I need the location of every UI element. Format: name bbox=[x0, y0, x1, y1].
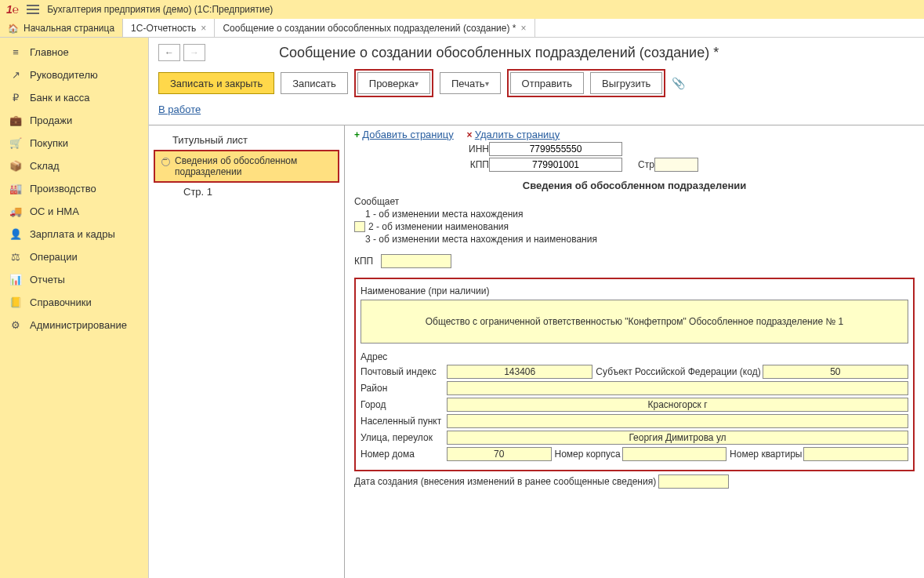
street-input[interactable]: Георгия Димитрова ул bbox=[447, 431, 908, 445]
kpp2-label: КПП bbox=[354, 256, 373, 267]
subj-input[interactable]: 50 bbox=[763, 365, 908, 379]
tab-reporting[interactable]: 1С-Отчетность × bbox=[123, 19, 215, 37]
person-icon: 👤 bbox=[9, 228, 22, 240]
check-button[interactable]: Проверка bbox=[357, 72, 430, 94]
x-icon: × bbox=[466, 129, 472, 140]
add-page-link[interactable]: Добавить страницу bbox=[362, 129, 453, 140]
sidebar-label: Руководителю bbox=[30, 69, 98, 81]
date-label: Дата создания (внесения изменений в ране… bbox=[354, 476, 656, 487]
bag-icon: 💼 bbox=[9, 115, 22, 126]
sidebar-item-production[interactable]: 🏭Производство bbox=[0, 177, 148, 200]
raion-input[interactable] bbox=[447, 381, 908, 395]
sidebar: ≡Главное ↗Руководителю ₽Банк и касса 💼Пр… bbox=[0, 38, 149, 578]
sidebar-label: Операции bbox=[30, 251, 78, 263]
name-value[interactable]: Общество с ограниченной ответственностью… bbox=[361, 300, 908, 344]
tab-label: Сообщение о создании обособленных подраз… bbox=[223, 23, 516, 34]
del-page-link[interactable]: Удалить страницу bbox=[475, 129, 560, 140]
flat-label: Номер квартиры bbox=[730, 449, 802, 460]
reports-label: Сообщает bbox=[354, 196, 915, 207]
sidebar-label: Отчеты bbox=[30, 274, 65, 285]
house-label: Номер дома bbox=[361, 449, 447, 460]
sidebar-label: Зарплата и кадры bbox=[30, 228, 115, 240]
highlight-main-block: Наименование (при наличии) Общество с ог… bbox=[354, 278, 915, 471]
sidebar-label: Справочники bbox=[30, 296, 92, 308]
chart-bar-icon: 📊 bbox=[9, 274, 22, 285]
close-icon[interactable]: × bbox=[521, 23, 527, 34]
sidebar-item-os[interactable]: 🚚ОС и НМА bbox=[0, 200, 148, 223]
section-title: Сведения об обособленном подразделении bbox=[354, 180, 915, 191]
balance-icon: ⚖ bbox=[9, 251, 22, 263]
home-icon bbox=[8, 23, 19, 34]
sidebar-label: Покупки bbox=[30, 137, 68, 149]
inn-label: ИНН bbox=[464, 144, 489, 154]
tab-label: 1С-Отчетность bbox=[131, 23, 196, 34]
sidebar-item-admin[interactable]: ⚙Администрирование bbox=[0, 314, 148, 336]
form-pane: + Добавить страницу × Удалить страницу И… bbox=[345, 125, 924, 578]
sidebar-item-purchases[interactable]: 🛒Покупки bbox=[0, 132, 148, 154]
app-title: Бухгалтерия предприятия (демо) (1С:Предп… bbox=[47, 4, 273, 15]
inn-input[interactable] bbox=[489, 142, 622, 156]
tab-strip: Начальная страница 1С-Отчетность × Сообщ… bbox=[0, 19, 924, 38]
sidebar-label: Продажи bbox=[30, 115, 72, 126]
sidebar-item-stock[interactable]: 📦Склад bbox=[0, 154, 148, 177]
box-icon: 📦 bbox=[9, 160, 22, 172]
kpp-input[interactable] bbox=[489, 158, 622, 172]
back-button[interactable]: ← bbox=[158, 44, 180, 61]
collapse-icon[interactable] bbox=[161, 158, 170, 166]
tab-label: Начальная страница bbox=[24, 23, 114, 34]
save-close-button[interactable]: Записать и закрыть bbox=[158, 72, 274, 94]
page-input[interactable] bbox=[654, 158, 698, 172]
page-label: Стр bbox=[638, 159, 654, 170]
option-box[interactable] bbox=[354, 221, 365, 232]
sidebar-item-catalogs[interactable]: 📒Справочники bbox=[0, 291, 148, 314]
tree-active-item[interactable]: Сведения об обособленном подразделении bbox=[155, 151, 338, 181]
post-input[interactable]: 143406 bbox=[447, 365, 592, 379]
highlight-tree: Сведения об обособленном подразделении bbox=[154, 150, 339, 183]
sidebar-label: Склад bbox=[30, 160, 60, 172]
ruble-icon: ₽ bbox=[9, 92, 22, 104]
city-label: Город bbox=[361, 399, 447, 410]
print-button[interactable]: Печать bbox=[440, 72, 501, 94]
korp-input[interactable] bbox=[622, 447, 727, 461]
truck-icon: 🚚 bbox=[9, 205, 22, 217]
nas-input[interactable] bbox=[447, 414, 908, 428]
tree-label: Сведения об обособленном подразделении bbox=[175, 155, 332, 177]
tab-home[interactable]: Начальная страница bbox=[0, 19, 123, 37]
menu-icon: ≡ bbox=[9, 46, 22, 58]
sidebar-item-reports[interactable]: 📊Отчеты bbox=[0, 268, 148, 291]
send-button[interactable]: Отправить bbox=[510, 72, 584, 94]
sidebar-item-manager[interactable]: ↗Руководителю bbox=[0, 64, 148, 86]
post-label: Почтовый индекс bbox=[361, 366, 447, 377]
sidebar-item-salary[interactable]: 👤Зарплата и кадры bbox=[0, 223, 148, 245]
sidebar-item-operations[interactable]: ⚖Операции bbox=[0, 245, 148, 268]
sidebar-item-sales[interactable]: 💼Продажи bbox=[0, 109, 148, 132]
sidebar-item-main[interactable]: ≡Главное bbox=[0, 41, 148, 64]
export-button[interactable]: Выгрузить bbox=[590, 72, 662, 94]
save-button[interactable]: Записать bbox=[281, 72, 348, 94]
sidebar-item-bank[interactable]: ₽Банк и касса bbox=[0, 86, 148, 109]
tab-message[interactable]: Сообщение о создании обособленных подраз… bbox=[215, 19, 534, 37]
page-title: Сообщение о создании обособленных подраз… bbox=[279, 45, 719, 61]
tree-title-sheet[interactable]: Титульный лист bbox=[149, 130, 344, 150]
content-area: ← → Сообщение о создании обособленных по… bbox=[149, 38, 924, 578]
highlight-check: Проверка bbox=[354, 69, 433, 97]
tree-page[interactable]: Стр. 1 bbox=[149, 183, 344, 201]
attach-icon[interactable] bbox=[672, 77, 685, 89]
status-link[interactable]: В работе bbox=[158, 104, 201, 115]
highlight-send-export: Отправить Выгрузить bbox=[507, 69, 666, 97]
sidebar-label: Администрирование bbox=[30, 319, 127, 331]
chart-icon: ↗ bbox=[9, 69, 22, 81]
house-input[interactable]: 70 bbox=[447, 447, 552, 461]
menu-icon[interactable] bbox=[27, 4, 39, 15]
close-icon[interactable]: × bbox=[201, 23, 206, 34]
kpp-label: КПП bbox=[464, 159, 489, 170]
city-input[interactable]: Красногорск г bbox=[447, 398, 908, 412]
kpp2-input[interactable] bbox=[381, 254, 451, 268]
flat-input[interactable] bbox=[803, 447, 908, 461]
forward-button[interactable]: → bbox=[183, 44, 205, 61]
book-icon: 📒 bbox=[9, 296, 22, 308]
date-input[interactable] bbox=[658, 474, 729, 489]
nav-tree: Титульный лист Сведения об обособленном … bbox=[149, 125, 345, 578]
plus-icon: + bbox=[354, 129, 360, 140]
korp-label: Номер корпуса bbox=[555, 449, 621, 460]
